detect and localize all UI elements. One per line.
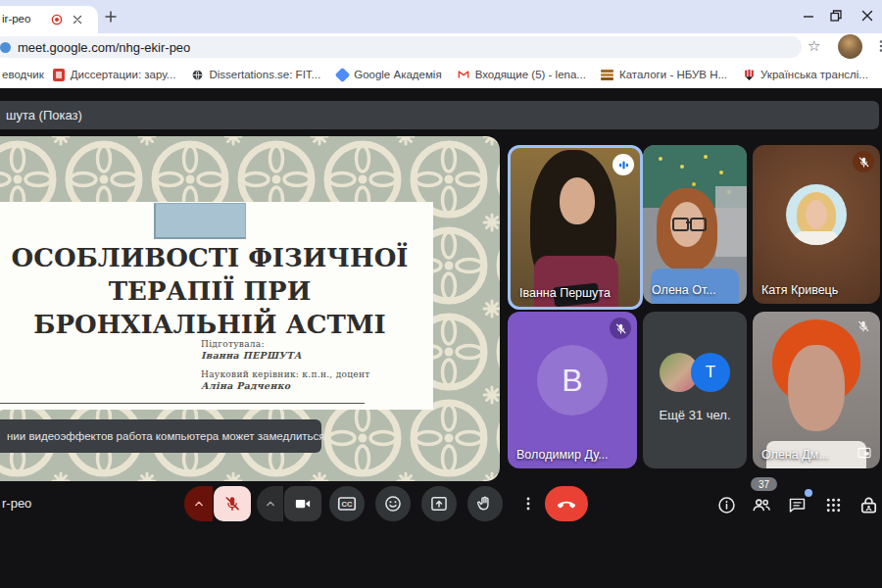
smiley-icon bbox=[383, 494, 403, 514]
browser-tab-active[interactable]: ir-peo bbox=[0, 6, 98, 33]
tab-title: ir-peo bbox=[2, 13, 30, 24]
participant-count-badge: 37 bbox=[751, 477, 777, 491]
new-tab-button[interactable] bbox=[104, 10, 118, 24]
people-icon bbox=[751, 494, 772, 515]
meeting-code: r-peo bbox=[2, 496, 31, 511]
mic-options-chevron[interactable] bbox=[184, 486, 213, 521]
bookmark-item[interactable]: Google Академія bbox=[335, 68, 441, 81]
red-doc-icon bbox=[52, 68, 66, 81]
more-dots-icon bbox=[518, 494, 538, 514]
bookmark-item[interactable]: Каталоги - НБУВ Н... bbox=[601, 68, 727, 81]
participant-name: Володимир Ду... bbox=[516, 448, 609, 462]
globe-icon bbox=[190, 68, 204, 81]
chat-icon bbox=[787, 495, 808, 515]
window-restore-icon[interactable] bbox=[829, 9, 845, 24]
gmail-icon bbox=[457, 68, 470, 81]
participant-tile[interactable]: Олена От... bbox=[643, 145, 747, 304]
bookmarks-bar: еводчик Диссертации: зару... Dissertatio… bbox=[0, 61, 882, 89]
browser-address-row: meet.google.com/nhg-ekir-peo ☆ bbox=[0, 33, 882, 61]
info-icon bbox=[716, 495, 737, 515]
people-panel-button[interactable] bbox=[750, 493, 773, 516]
google-meet-app: шута (Показ) bbox=[0, 88, 882, 588]
chat-notification-dot bbox=[805, 489, 812, 497]
profile-avatar[interactable] bbox=[838, 34, 862, 59]
more-participants-count: Ещё 31 чел. bbox=[643, 408, 747, 422]
participant-tile[interactable]: Олена Дм... bbox=[753, 312, 880, 468]
participant-initial-avatar: В bbox=[537, 345, 608, 416]
end-call-button[interactable] bbox=[545, 486, 588, 521]
participant-initial-avatar: T bbox=[691, 353, 730, 392]
screen: ir-peo meet.google.com/nhg-ekir-peo ☆ ев… bbox=[0, 0, 882, 588]
chat-panel-button[interactable] bbox=[785, 493, 808, 516]
video-effects-toast: нии видеоэффектов работа компьютера може… bbox=[0, 419, 321, 453]
participant-name: Іванна Першута bbox=[519, 286, 611, 300]
present-screen-button[interactable] bbox=[421, 486, 457, 521]
slide: ОСОБЛИВОСТІ ФІЗИЧНОЇ ТЕРАПІЇ ПРИ БРОНХІА… bbox=[0, 202, 433, 410]
presenting-banner-text: шута (Показ) bbox=[6, 108, 82, 122]
more-options-button[interactable] bbox=[511, 486, 546, 521]
mic-off-icon bbox=[610, 318, 631, 339]
participant-name: Катя Кривець bbox=[761, 283, 838, 297]
cc-icon: CC bbox=[336, 493, 358, 514]
tryzub-icon bbox=[742, 68, 756, 81]
raise-hand-button[interactable] bbox=[467, 486, 503, 521]
mic-off-icon bbox=[853, 151, 874, 172]
picture-in-picture-icon[interactable] bbox=[857, 445, 872, 461]
camera-options-chevron[interactable] bbox=[257, 486, 283, 521]
host-controls-button[interactable] bbox=[857, 493, 880, 516]
present-icon bbox=[429, 494, 449, 514]
address-bar[interactable]: meet.google.com/nhg-ekir-peo bbox=[0, 36, 802, 58]
participant-tile[interactable]: В Володимир Ду... bbox=[508, 312, 637, 468]
slide-byline: Підготувала: Іванна ПЕРШУТА Науковий кер… bbox=[201, 339, 370, 391]
slide-title: ОСОБЛИВОСТІ ФІЗИЧНОЇ ТЕРАПІЇ ПРИ БРОНХІА… bbox=[2, 241, 417, 341]
bookmark-item[interactable]: еводчик bbox=[2, 69, 44, 80]
hand-icon bbox=[475, 494, 495, 514]
participant-tile[interactable]: Катя Кривець bbox=[753, 145, 880, 304]
browser-tab-bar: ir-peo bbox=[0, 0, 882, 33]
phone-hangup-icon bbox=[556, 493, 577, 514]
bookmark-star-icon[interactable]: ☆ bbox=[808, 37, 820, 55]
overflow-participants-tile[interactable]: T Ещё 31 чел. bbox=[643, 312, 747, 468]
participant-name: Олена От... bbox=[652, 283, 716, 297]
scholar-diamond-icon bbox=[335, 68, 349, 81]
tab-close-icon[interactable] bbox=[73, 15, 82, 24]
mic-off-icon bbox=[223, 495, 241, 513]
bookmark-item[interactable]: Dissertations.se: FIT... bbox=[190, 68, 320, 81]
speaking-indicator-icon bbox=[612, 154, 634, 175]
bookmark-item[interactable]: Входящие (5) - lena... bbox=[457, 68, 586, 81]
camera-icon bbox=[294, 495, 312, 513]
tab-recording-indicator-icon bbox=[51, 14, 63, 25]
mic-mute-button[interactable] bbox=[214, 486, 251, 521]
activities-button[interactable] bbox=[821, 493, 845, 516]
bookmark-item[interactable]: Українська транслі... bbox=[742, 68, 868, 81]
stacked-avatars: T bbox=[660, 353, 730, 392]
mic-off-icon bbox=[857, 319, 870, 333]
captions-button[interactable]: CC bbox=[329, 486, 365, 521]
participant-tile[interactable]: Іванна Першута bbox=[508, 145, 643, 310]
bookmark-item[interactable]: Диссертации: зару... bbox=[52, 68, 176, 81]
browser-menu-icon[interactable] bbox=[872, 37, 882, 55]
window-close-icon[interactable] bbox=[860, 9, 876, 24]
slide-accent-rectangle bbox=[154, 203, 246, 239]
lock-person-icon bbox=[858, 494, 880, 516]
site-icon bbox=[0, 42, 11, 53]
slide-divider-line bbox=[0, 403, 365, 404]
camera-button[interactable] bbox=[284, 486, 321, 521]
meeting-details-button[interactable] bbox=[714, 493, 738, 516]
reactions-button[interactable] bbox=[375, 486, 411, 521]
participant-name: Олена Дм... bbox=[761, 448, 829, 462]
participant-avatar bbox=[786, 184, 847, 245]
window-minimize-icon[interactable] bbox=[802, 9, 817, 24]
catalog-books-icon bbox=[601, 68, 614, 81]
presenting-banner: шута (Показ) bbox=[0, 101, 879, 129]
apps-grid-icon bbox=[823, 495, 844, 515]
url-text: meet.google.com/nhg-ekir-peo bbox=[18, 40, 190, 55]
